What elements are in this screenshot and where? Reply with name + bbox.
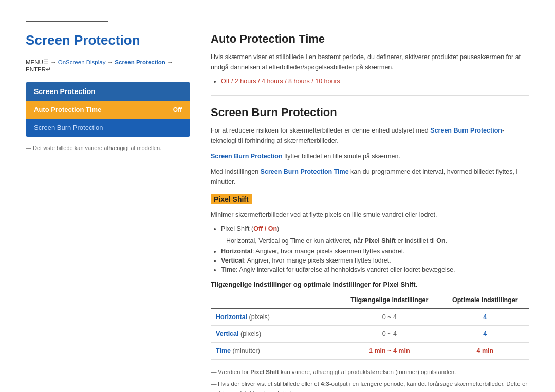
menu-box: Screen Protection Auto Protection Time O…	[26, 82, 190, 137]
left-panel: Screen Protection MENU☰ → OnScreen Displ…	[26, 21, 190, 392]
right-panel: Auto Protection Time Hvis skærmen viser …	[211, 21, 529, 392]
section-divider-1	[211, 95, 529, 96]
menu-item-auto-protection-badge: Off	[173, 106, 182, 114]
table-cell-horizontal-optimal: 4	[441, 308, 529, 326]
auto-protection-options-list: Off / 2 hours / 4 hours / 8 hours / 10 h…	[221, 78, 529, 85]
page-title: Screen Protection	[26, 32, 190, 48]
table-cell-vertical-optimal: 4	[441, 326, 529, 343]
breadcrumb-menu: MENU	[26, 59, 43, 65]
menu-item-auto-protection[interactable]: Auto Protection Time Off	[26, 101, 190, 119]
screen-burn-body1: For at reducere risikoen for skærmefterb…	[211, 125, 529, 146]
screen-burn-title: Screen Burn Protection	[211, 106, 529, 119]
pixel-shift-label: Pixel Shift	[211, 194, 252, 204]
pixel-shift-more-bullets: Horizontal: Angiver, hvor mange pixels s…	[221, 248, 529, 273]
pixel-shift-bullet-list: Pixel Shift (Off / On)	[221, 225, 529, 232]
auto-protection-options: Off / 2 hours / 4 hours / 8 hours / 10 h…	[221, 78, 340, 85]
screen-burn-bold2: Screen Burn Protection	[211, 153, 283, 160]
pixel-shift-off-on: Off / On	[253, 225, 277, 232]
table-cell-time-optimal: 4 min	[441, 343, 529, 360]
screen-burn-bold3: Screen Burn Protection Time	[261, 168, 349, 175]
menu-item-auto-protection-label: Auto Protection Time	[34, 106, 101, 114]
pixel-shift-sub-note: Horizontal, Vertical og Time er kun akti…	[221, 237, 529, 245]
table-cell-time-range: 1 min ~ 4 min	[338, 343, 441, 360]
pixel-shift-bullet-on-off: Pixel Shift (Off / On)	[221, 225, 529, 232]
menu-item-screen-burn[interactable]: Screen Burn Protection	[26, 119, 190, 137]
table-cell-vertical: Vertical (pixels)	[211, 326, 338, 343]
pixel-shift-notes: Værdien for Pixel Shift kan variere, afh…	[211, 368, 529, 392]
section-auto-protection: Auto Protection Time Hvis skærmen viser …	[211, 32, 529, 85]
screen-burn-body3-pre: Med indstillingen	[211, 168, 261, 175]
screen-burn-body2-end: flytter billedet en lille smule på skærm…	[283, 153, 400, 160]
auto-protection-title: Auto Protection Time	[211, 32, 529, 46]
pixel-shift-time-bullet: Time: Angiv intervallet for udførelse af…	[221, 266, 529, 273]
pixel-shift-section: Pixel Shift Minimer skærmefterbilleder v…	[211, 194, 529, 392]
menu-item-screen-burn-label: Screen Burn Protection	[34, 124, 103, 132]
breadcrumb-screen: Screen Protection	[115, 59, 165, 65]
table-header-available: Tilgængelige indstillinger	[338, 292, 441, 308]
screen-burn-body2: Screen Burn Protection flytter billedet …	[211, 151, 529, 161]
note-1: Værdien for Pixel Shift kan variere, afh…	[211, 368, 529, 377]
screen-burn-bold1: Screen Burn Protection	[430, 127, 502, 134]
pixel-shift-sub-bullets: Horizontal, Vertical og Time er kun akti…	[221, 237, 529, 245]
table-cell-horizontal: Horizontal (pixels)	[211, 308, 338, 326]
screen-burn-body3: Med indstillingen Screen Burn Protection…	[211, 166, 529, 187]
breadcrumb: MENU☰ → OnScreen Display → Screen Protec…	[26, 59, 190, 73]
table-cell-time: Time (minutter)	[211, 343, 338, 360]
menu-box-title: Screen Protection	[26, 82, 190, 101]
section-screen-burn: Screen Burn Protection For at reducere r…	[211, 106, 529, 392]
auto-protection-body: Hvis skærmen viser et stillbillede i en …	[211, 52, 529, 72]
note-2: Hvis der bliver vist et stillbillede ell…	[211, 380, 529, 392]
table-header-label	[211, 292, 338, 308]
table-cell-vertical-range: 0 ~ 4	[338, 326, 441, 343]
table-row-time: Time (minutter) 1 min ~ 4 min 4 min	[211, 343, 529, 360]
pixel-shift-vertical-bullet: Vertical: Angiver, hvor mange pixels skæ…	[221, 257, 529, 264]
top-rule	[211, 21, 529, 21]
table-row: Vertical (pixels) 0 ~ 4 4	[211, 326, 529, 343]
pixel-shift-body: Minimer skærmefterbilleder ved at flytte…	[211, 210, 529, 220]
table-intro: Tilgængelige indstillinger og optimale i…	[211, 281, 529, 288]
breadcrumb-onscreen: OnScreen Display	[58, 59, 106, 65]
top-decorator-line	[26, 21, 108, 22]
table-row: Horizontal (pixels) 0 ~ 4 4	[211, 308, 529, 326]
screen-burn-body1-pre: For at reducere risikoen for skærmefterb…	[211, 127, 430, 134]
pixel-shift-table: Tilgængelige indstillinger Optimale inds…	[211, 292, 529, 360]
pixel-shift-horizontal-bullet: Horizontal: Angiver, hvor mange pixels s…	[221, 248, 529, 255]
table-cell-horizontal-range: 0 ~ 4	[338, 308, 441, 326]
image-note: — Det viste billede kan variere afhængig…	[26, 145, 190, 151]
auto-protection-options-item: Off / 2 hours / 4 hours / 8 hours / 10 h…	[221, 78, 529, 85]
table-header-optimal: Optimale indstillinger	[441, 292, 529, 308]
